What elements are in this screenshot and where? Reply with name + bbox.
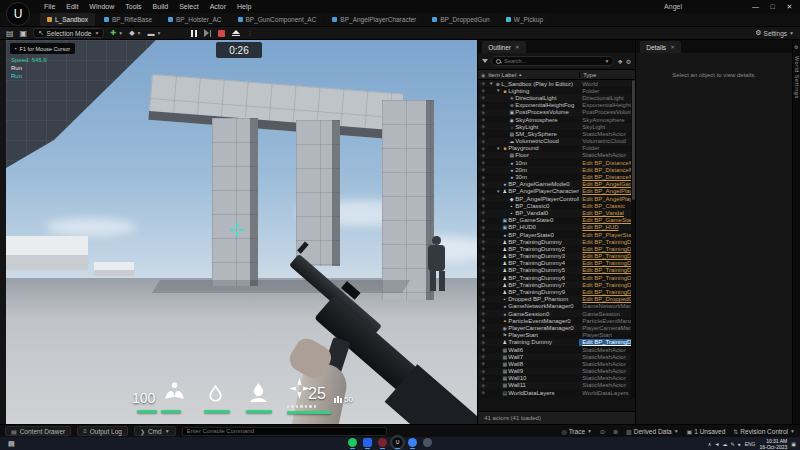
visibility-eye-icon[interactable]: ◉ [478,160,488,165]
app-gray[interactable] [423,438,432,450]
outliner-row[interactable]: ◉●20mEdit BP_DistanceMa [478,166,635,173]
derived-data-dropdown[interactable]: ▥Derived Data▼ [626,428,679,435]
edit-blueprint-link[interactable]: Edit BP_DistanceMa [579,166,635,173]
outliner-row[interactable]: ◉●BP_AngelGameMode0Edit BP_AngelGame [478,181,635,188]
outliner-row[interactable]: ◉♟BP_TrainingDummy2Edit BP_TrainingDu [478,245,635,252]
visibility-eye-icon[interactable]: ◉ [478,196,488,201]
visibility-eye-icon[interactable]: ◉ [478,369,488,374]
close-button[interactable]: ✕ [781,0,798,13]
outliner-row[interactable]: ◉▪BP_Classic0Edit BP_Classic [478,202,635,209]
visibility-eye-icon[interactable]: ◉ [478,376,488,381]
visibility-eye-icon[interactable]: ◉ [478,354,488,359]
edit-blueprint-link[interactable]: Edit BP_AngelPlaye [579,195,635,202]
visibility-eye-icon[interactable]: ◉ [478,318,488,323]
tab-world-settings[interactable]: World Settings [794,56,800,99]
edit-blueprint-link[interactable]: Edit BP_TrainingDu [579,339,635,346]
outliner-row[interactable]: ◉●30mEdit BP_DistanceMa [478,173,635,180]
edit-blueprint-link[interactable]: Edit BP_DroppedGu [579,296,635,303]
visibility-eye-icon[interactable]: ◉ [478,131,488,136]
outliner-row[interactable]: ◉▼⊕L_Sandbox (Play In Editor)World [478,80,635,87]
tab-details[interactable]: Details ✕ [640,41,680,53]
snapshot-icon[interactable]: ⊛ [613,428,618,435]
settings-dropdown[interactable]: ⚙ Settings ▼ [755,29,794,37]
unreal-logo-icon[interactable]: U [6,2,30,26]
edit-blueprint-link[interactable]: Edit BP_Vandal [579,209,635,216]
tab-bp_riflebase[interactable]: BP_RifleBase [97,13,159,26]
visibility-eye-icon[interactable]: ◉ [478,282,488,287]
outliner-row[interactable]: ◉♟BP_TrainingDummy5Edit BP_TrainingDu [478,267,635,274]
tab-bp_guncomponent_ac[interactable]: BP_GunComponent_AC [231,13,324,26]
output-log-button[interactable]: ≡ Output Log [77,426,128,436]
menu-tools[interactable]: Tools [125,3,141,10]
visibility-eye-icon[interactable]: ◉ [478,81,488,86]
visibility-eye-icon[interactable]: ◉ [478,383,488,388]
outliner-row[interactable]: ◉▤WorldDataLayersWorldDataLayers [478,389,635,396]
outliner-row[interactable]: ◉◆BP_AngelPlayerController0Edit BP_Angel… [478,195,635,202]
app-red-icon[interactable] [378,438,387,447]
menu-window[interactable]: Window [89,3,114,10]
item-label-header[interactable]: Item Label▲ [488,72,579,78]
cmd-dropdown[interactable]: ❯ Cmd ▼ [134,426,176,436]
type-header[interactable]: Type [579,72,635,78]
chevron-down-icon[interactable]: ▼ [605,58,610,64]
visibility-eye-icon[interactable]: ◉ [478,117,488,122]
close-icon[interactable]: ✕ [670,44,675,50]
menu-select[interactable]: Select [179,3,198,10]
visibility-eye-icon[interactable]: ◉ [478,218,488,223]
language-indicator[interactable]: ENG [745,441,756,447]
outliner-row[interactable]: ◉♟BP_TrainingDummy3Edit BP_TrainingDu [478,253,635,260]
visibility-eye-icon[interactable]: ◉ [478,203,488,208]
tab-w_pickup[interactable]: W_Pickup [499,13,550,26]
menu-help[interactable]: Help [237,3,251,10]
outliner-row[interactable]: ◉♟BP_TrainingDummy4Edit BP_TrainingDu [478,260,635,267]
outliner-row[interactable]: ◉▪Dropped BP_PhantomEdit BP_DroppedGu [478,296,635,303]
app-blue-icon[interactable] [363,438,372,447]
visibility-eye-icon[interactable]: ◉ [478,340,488,345]
app-gray-icon[interactable] [423,438,432,447]
outliner-row[interactable]: ◉▼■LightingFolder [478,87,635,94]
visibility-eye-icon[interactable]: ◉ [478,103,488,108]
edit-blueprint-link[interactable]: Edit BP_TrainingDu [579,245,635,252]
outliner-row[interactable]: ◉▼♟BP_AngelPlayerCharacter0Edit BP_Angel… [478,188,635,195]
outliner-row[interactable]: ◉☁VolumetricCloudVolumetricCloud [478,138,635,145]
notifications-icon[interactable]: ▣ [791,441,796,447]
visibility-eye-icon[interactable]: ◉ [478,304,488,309]
visibility-eye-icon[interactable]: ◉ [478,146,488,151]
outliner-row[interactable]: ◉▼■PlaygroundFolder [478,145,635,152]
edit-blueprint-link[interactable]: Edit BP_HUD [579,224,635,231]
edit-blueprint-link[interactable]: Edit BP_TrainingDu [579,238,635,245]
outliner-row[interactable]: ◉●BP_PlayerState0Edit BP_PlayerState [478,231,635,238]
content-drawer-button[interactable]: ▤ Content Drawer [5,426,71,436]
outliner-row[interactable]: ◉◉PlayerCameraManager0PlayerCameraMana [478,324,635,331]
edit-blueprint-link[interactable]: Edit BP_DistanceMa [579,159,635,166]
menu-file[interactable]: File [44,3,55,10]
cinematics-dropdown[interactable]: ▬▼ [148,30,162,37]
outliner-row[interactable]: ◉▪BP_Vandal0Edit BP_Vandal [478,209,635,216]
volume-icon[interactable]: ◄ [714,441,719,447]
insights-icon[interactable]: ⊙ [600,428,605,435]
pen-icon[interactable]: ✎ [730,441,734,447]
visibility-eye-icon[interactable]: ◉ [478,88,488,93]
outliner-row[interactable]: ◉♟BP_TrainingDummyEdit BP_TrainingDu [478,238,635,245]
visibility-eye-icon[interactable]: ◉ [478,124,488,129]
outliner-row[interactable]: ◉●10mEdit BP_DistanceMa [478,159,635,166]
tab-bp_holster_ac[interactable]: BP_Holster_AC [161,13,229,26]
outliner-row[interactable]: ◉≋ExponentialHeightFogExponentialHeightF [478,102,635,109]
pause-button[interactable] [191,30,197,37]
outliner-search[interactable]: ▼ [491,56,614,66]
visibility-eye-icon[interactable]: ◉ [478,275,488,280]
edit-blueprint-link[interactable]: Edit BP_GameState [579,217,635,224]
outliner-row[interactable]: ◉♟BP_TrainingDummy7Edit BP_TrainingDu [478,281,635,288]
outliner-row[interactable]: ◉✦ParticleEventManager0ParticleEventMana [478,317,635,324]
stop-button[interactable] [218,30,225,37]
app-blue[interactable] [363,438,372,450]
visibility-eye-icon[interactable]: ◉ [478,232,488,237]
filter-icon[interactable] [482,59,488,63]
unsaved-indicator[interactable]: ▣1 Unsaved [687,428,726,435]
selection-mode-dropdown[interactable]: ↖ Selection Mode ▼ [33,28,104,38]
visibility-eye-icon[interactable]: ◉ [478,290,488,295]
visibility-eye-icon[interactable]: ◉ [478,246,488,251]
menu-build[interactable]: Build [153,3,169,10]
menu-actor[interactable]: Actor [210,3,226,10]
game-viewport[interactable]: 0:26 ▪ F1 for Mouse Cursor Speed: 545.9 … [6,40,477,424]
